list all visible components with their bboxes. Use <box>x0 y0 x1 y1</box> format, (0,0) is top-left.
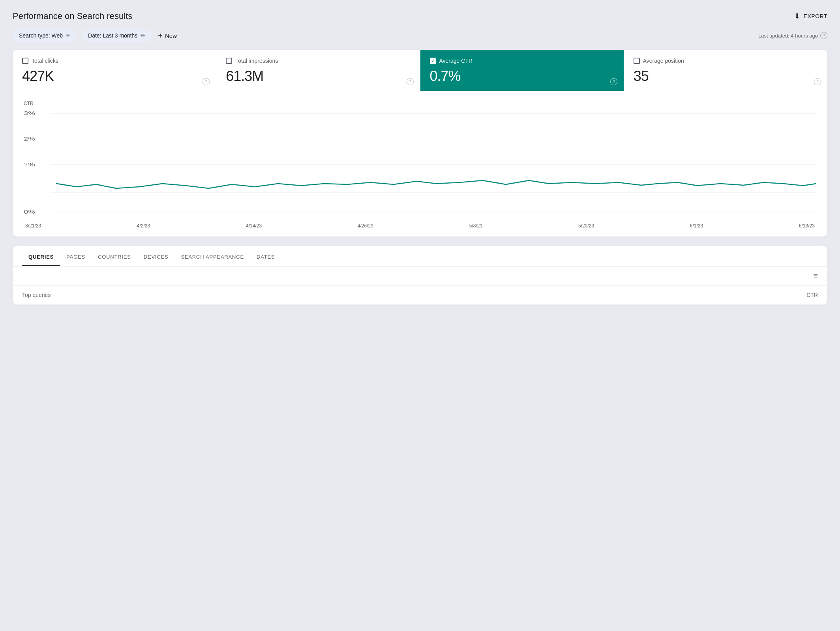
date-label: Date: Last 3 months <box>88 32 137 39</box>
last-updated-text: Last updated: 4 hours ago <box>758 33 818 39</box>
metric-checkbox-ctr <box>430 58 436 64</box>
plus-icon: + <box>158 31 163 40</box>
svg-text:3%: 3% <box>24 111 35 116</box>
search-type-filter[interactable]: Search type: Web ✏ <box>13 29 77 42</box>
search-type-label: Search type: Web <box>19 32 63 39</box>
tabs-toolbar: ≡ <box>13 267 827 285</box>
chart-x-label-7: 6/13/23 <box>799 223 815 229</box>
chart-x-label-2: 4/14/23 <box>246 223 262 229</box>
tab-queries[interactable]: QUERIES <box>22 246 60 266</box>
metrics-row: Total clicks 427K ? Total impressions 61… <box>13 50 827 91</box>
metric-checkbox-clicks <box>22 58 28 64</box>
chart-area: CTR 3% 2% 1% 0% <box>13 91 827 237</box>
filter-rows-icon[interactable]: ≡ <box>813 271 818 280</box>
tab-devices[interactable]: DEVICES <box>137 246 175 266</box>
chart-x-label-3: 4/26/23 <box>358 223 373 229</box>
svg-text:1%: 1% <box>24 162 35 167</box>
position-help-icon[interactable]: ? <box>814 78 821 85</box>
chart-x-label-0: 3/21/23 <box>25 223 41 229</box>
metric-value-position: 35 <box>634 68 818 85</box>
metric-label-impressions: Total impressions <box>235 58 278 64</box>
new-label: New <box>165 32 177 39</box>
svg-text:2%: 2% <box>24 136 35 142</box>
tabs-row: QUERIES PAGES COUNTRIES DEVICES SEARCH A… <box>13 246 827 267</box>
chart-x-label-6: 6/1/23 <box>690 223 703 229</box>
tab-search-appearance[interactable]: SEARCH APPEARANCE <box>174 246 250 266</box>
chart-x-labels: 3/21/23 4/2/23 4/14/23 4/26/23 5/8/23 5/… <box>24 223 816 229</box>
metric-label-clicks: Total clicks <box>32 58 58 64</box>
main-card: Total clicks 427K ? Total impressions 61… <box>13 50 827 237</box>
edit-icon: ✏ <box>66 32 71 39</box>
metric-tile-total-clicks[interactable]: Total clicks 427K ? <box>13 50 216 91</box>
chart-y-label: CTR <box>24 101 816 106</box>
clicks-help-icon[interactable]: ? <box>202 78 210 85</box>
metric-tile-total-impressions[interactable]: Total impressions 61.3M ? <box>216 50 420 91</box>
metric-value-impressions: 61.3M <box>226 68 410 85</box>
last-updated: Last updated: 4 hours ago ? <box>758 32 827 39</box>
tab-countries[interactable]: COUNTRIES <box>92 246 137 266</box>
impressions-help-icon[interactable]: ? <box>407 78 414 85</box>
new-button[interactable]: + New <box>158 31 177 40</box>
tab-dates[interactable]: DATES <box>250 246 281 266</box>
svg-text:0%: 0% <box>24 209 35 215</box>
chart-container: 3% 2% 1% 0% <box>24 109 816 220</box>
last-updated-help-icon[interactable]: ? <box>820 32 827 39</box>
chart-x-label-4: 5/8/23 <box>469 223 482 229</box>
metric-checkbox-position <box>634 58 640 64</box>
tabs-card: QUERIES PAGES COUNTRIES DEVICES SEARCH A… <box>13 246 827 305</box>
table-col-right: CTR <box>806 292 818 298</box>
page-title: Performance on Search results <box>13 11 132 21</box>
metric-tile-average-position[interactable]: Average position 35 ? <box>624 50 827 91</box>
chart-svg: 3% 2% 1% 0% <box>24 109 816 220</box>
export-icon: ⬇ <box>794 12 801 21</box>
edit-icon: ✏ <box>141 32 145 39</box>
chart-x-label-5: 5/20/23 <box>578 223 594 229</box>
date-filter[interactable]: Date: Last 3 months ✏ <box>82 29 152 42</box>
tab-pages[interactable]: PAGES <box>60 246 92 266</box>
metric-value-clicks: 427K <box>22 68 206 85</box>
metric-checkbox-impressions <box>226 58 232 64</box>
metric-label-position: Average position <box>643 58 684 64</box>
metric-label-ctr: Average CTR <box>439 58 473 64</box>
chart-x-label-1: 4/2/23 <box>137 223 150 229</box>
metric-value-ctr: 0.7% <box>430 68 614 85</box>
metric-tile-average-ctr[interactable]: Average CTR 0.7% ? <box>420 50 624 91</box>
ctr-help-icon[interactable]: ? <box>610 78 617 85</box>
export-label: EXPORT <box>804 13 827 19</box>
filter-bar: Search type: Web ✏ Date: Last 3 months ✏… <box>13 29 827 42</box>
page-header: Performance on Search results ⬇ EXPORT <box>13 11 827 21</box>
table-col-left: Top queries <box>22 292 51 298</box>
export-button[interactable]: ⬇ EXPORT <box>794 12 827 21</box>
table-header-row: Top queries CTR <box>13 285 827 305</box>
